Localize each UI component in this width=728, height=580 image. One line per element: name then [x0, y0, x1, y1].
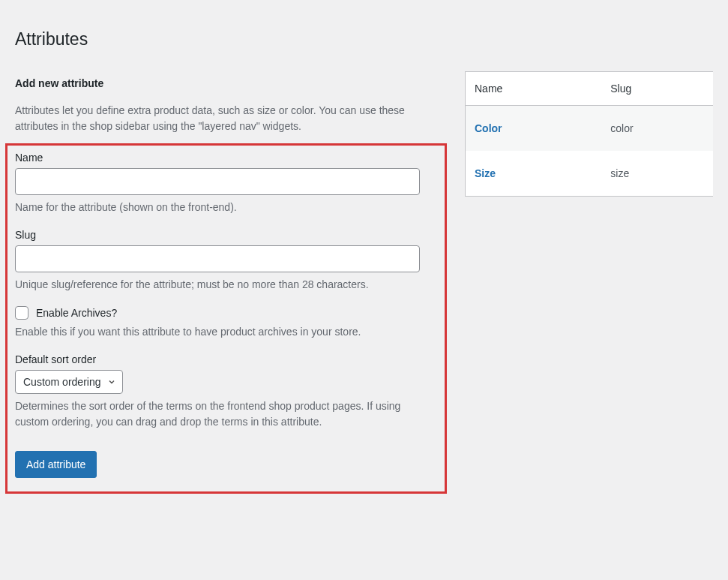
- attribute-slug: color: [601, 106, 713, 152]
- add-attribute-button[interactable]: Add attribute: [15, 451, 97, 478]
- page-title: Attributes: [15, 23, 713, 53]
- table-header-name: Name: [466, 72, 602, 106]
- sort-order-select[interactable]: Custom ordering: [15, 370, 123, 394]
- attributes-table: Name Slug Color color Size size: [465, 71, 713, 197]
- form-intro: Attributes let you define extra product …: [15, 103, 442, 134]
- attributes-list-column: Name Slug Color color Size size: [465, 71, 713, 494]
- enable-archives-checkbox[interactable]: [15, 306, 28, 320]
- slug-input[interactable]: [15, 245, 420, 272]
- name-input[interactable]: [15, 168, 420, 195]
- slug-description: Unique slug/reference for the attribute;…: [15, 277, 437, 293]
- name-description: Name for the attribute (shown on the fro…: [15, 200, 437, 215]
- slug-label: Slug: [15, 229, 437, 241]
- enable-archives-description: Enable this if you want this attribute t…: [15, 324, 437, 340]
- name-label: Name: [15, 152, 437, 164]
- form-heading: Add new attribute: [15, 71, 442, 95]
- sort-order-label: Default sort order: [15, 353, 437, 365]
- attribute-link-color[interactable]: Color: [475, 122, 502, 134]
- sort-order-description: Determines the sort order of the terms o…: [15, 398, 437, 430]
- table-row: Color color: [466, 106, 714, 152]
- table-row: Size size: [466, 151, 714, 197]
- attribute-link-size[interactable]: Size: [475, 167, 496, 179]
- form-highlight-box: Name Name for the attribute (shown on th…: [5, 143, 447, 494]
- attribute-slug: size: [601, 151, 713, 197]
- add-attribute-form-column: Add new attribute Attributes let you def…: [15, 71, 442, 494]
- table-header-slug: Slug: [601, 72, 713, 106]
- enable-archives-label[interactable]: Enable Archives?: [36, 307, 117, 319]
